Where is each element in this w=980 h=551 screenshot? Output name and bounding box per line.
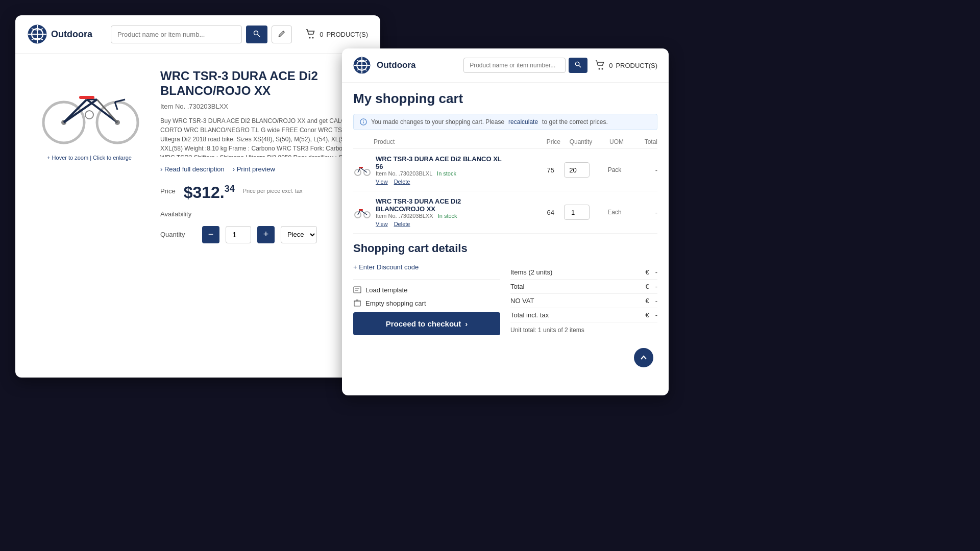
price-section: Price $312.34 Price per piece excl. tax: [160, 183, 365, 202]
cart-search-button[interactable]: [569, 58, 587, 73]
product-edit-button[interactable]: [272, 26, 292, 43]
cart-logo-text: Outdoora: [377, 60, 416, 70]
cart-header-count: 0: [609, 62, 612, 69]
summary-items-row: Items (2 units) € -: [510, 265, 657, 280]
item2-view-link[interactable]: View: [376, 221, 388, 227]
novat-value: € -: [645, 297, 657, 305]
cart-item-1-uom: Pack: [599, 166, 630, 173]
summary-totaltax-row: Total incl. tax € -: [510, 308, 657, 322]
product-cart-icon: [305, 29, 316, 40]
trash-icon: [353, 299, 361, 307]
price-cents: 34: [225, 184, 235, 194]
recalculate-link[interactable]: recalculate: [508, 118, 538, 126]
shopping-cart-card: Outdoora 0 PRODUCT(S) My shopping cart Y…: [342, 48, 669, 395]
item1-view-link[interactable]: View: [376, 179, 388, 185]
totaltax-eur: €: [645, 311, 649, 319]
svg-rect-41: [354, 301, 360, 306]
col-product: Product: [374, 138, 520, 145]
empty-cart-link[interactable]: Empty shopping cart: [353, 299, 500, 307]
cart-item-2-qty[interactable]: [564, 205, 590, 220]
cart-logo-icon: [353, 57, 371, 74]
summary-total-row: Total € -: [510, 280, 657, 294]
product-cart-count: 0: [320, 31, 323, 38]
cart-details-right: Items (2 units) € - Total € - NO VAT € -: [510, 242, 657, 335]
total-label: Total: [510, 283, 524, 290]
product-header: Outdoora 0 PRODUCT(S): [15, 15, 380, 54]
price-value: $312.34: [184, 183, 235, 202]
svg-line-26: [579, 65, 581, 67]
quantity-label: Quantity: [160, 231, 196, 238]
product-info: WRC TSR-3 DURA ACE Di2 BLANCO/ROJO XX It…: [160, 69, 365, 243]
product-logo-text: Outdoora: [51, 29, 92, 40]
total-value: € -: [645, 283, 657, 290]
item1-no-label: Item No.: [376, 170, 397, 177]
unit-select[interactable]: Piece: [281, 226, 317, 243]
cart-details-section: Shopping cart details + Enter Discount c…: [353, 242, 657, 335]
cart-item-2-uom: Each: [599, 209, 630, 216]
totaltax-val: -: [655, 311, 657, 319]
cart-header-label: PRODUCT(S): [616, 62, 657, 69]
print-preview-link[interactable]: Print preview: [233, 165, 275, 173]
cart-item-1-main: WRC TSR-3 DURA ACE Di2 BLANCO XL 56 Item…: [353, 155, 657, 185]
product-cart-label: PRODUCT(S): [326, 31, 368, 38]
cart-item-1-qty[interactable]: [564, 162, 590, 178]
product-links: Read full description Print preview: [160, 165, 365, 173]
svg-point-20: [85, 111, 93, 119]
novat-eur: €: [645, 297, 649, 305]
quantity-decrease-button[interactable]: −: [202, 226, 219, 243]
item1-status: In stock: [437, 170, 456, 177]
svg-point-7: [312, 37, 314, 39]
svg-point-27: [599, 68, 600, 70]
quantity-increase-button[interactable]: +: [257, 226, 275, 243]
totaltax-label: Total incl. tax: [510, 311, 549, 319]
availability-section: Availability: [160, 210, 365, 218]
read-full-desc-link[interactable]: Read full description: [160, 165, 225, 173]
cart-item-2: WRC TSR-3 DURA ACE Di2 BLANCO/ROJO XX It…: [353, 191, 657, 234]
cart-item-1-no: Item No. .730203BLXL In stock: [376, 170, 507, 177]
cart-item-2-links: View Delete: [376, 221, 507, 227]
svg-point-31: [363, 120, 363, 121]
quantity-input[interactable]: [226, 226, 251, 243]
availability-label: Availability: [160, 210, 191, 218]
product-logo-area: Outdoora: [28, 24, 92, 44]
product-search-input[interactable]: [111, 26, 242, 43]
cart-item-1-name: WRC TSR-3 DURA ACE Di2 BLANCO XL 56: [376, 155, 507, 170]
cart-item-1-details: WRC TSR-3 DURA ACE Di2 BLANCO XL 56 Item…: [376, 155, 511, 185]
item1-delete-link[interactable]: Delete: [394, 179, 410, 185]
cart-search-input[interactable]: [463, 58, 566, 73]
product-image: [33, 69, 145, 151]
cart-item-1-image: [353, 163, 372, 177]
zoom-link[interactable]: + Hover to zoom | Click to enlarge: [47, 155, 132, 161]
cart-item-2-details: WRC TSR-3 DURA ACE Di2 BLANCO/ROJO XX It…: [376, 197, 511, 227]
item2-delete-link[interactable]: Delete: [394, 221, 410, 227]
cart-item-1-price: 75: [513, 166, 554, 174]
cart-table: Product Price Quantity UOM Total WRC TSR…: [353, 135, 657, 234]
item2-status: In stock: [438, 213, 457, 219]
template-icon: [353, 286, 361, 294]
product-search-area: [111, 26, 292, 43]
svg-point-6: [309, 37, 311, 39]
price-note: Price per piece excl. tax: [243, 187, 303, 194]
items-value: € -: [645, 268, 657, 276]
checkout-button[interactable]: Proceed to checkout ›: [353, 312, 500, 335]
chevron-up-icon: [640, 354, 648, 362]
discount-link[interactable]: + Enter Discount code: [353, 263, 500, 271]
svg-rect-17: [79, 96, 94, 99]
load-template-link[interactable]: Load template: [353, 286, 500, 294]
product-search-button[interactable]: [246, 26, 267, 43]
cart-item-2-main: WRC TSR-3 DURA ACE Di2 BLANCO/ROJO XX It…: [353, 197, 657, 227]
product-item-no: Item No. .730203BLXX: [160, 103, 365, 110]
items-val: -: [655, 268, 657, 276]
svg-rect-34: [359, 167, 363, 168]
cart-title: My shopping cart: [353, 91, 657, 107]
cart-item-1-qty-wrap: [556, 162, 597, 178]
cart-table-header: Product Price Quantity UOM Total: [353, 135, 657, 149]
items-eur: €: [645, 268, 649, 276]
scroll-top-button[interactable]: [634, 348, 653, 367]
svg-rect-38: [354, 287, 361, 293]
svg-point-25: [576, 62, 579, 65]
col-total: Total: [632, 138, 657, 145]
cart-cart-indicator: 0 PRODUCT(S): [595, 60, 657, 71]
cart-item-1-total: -: [632, 166, 657, 174]
notice-suffix: to get the correct prices.: [542, 118, 608, 126]
